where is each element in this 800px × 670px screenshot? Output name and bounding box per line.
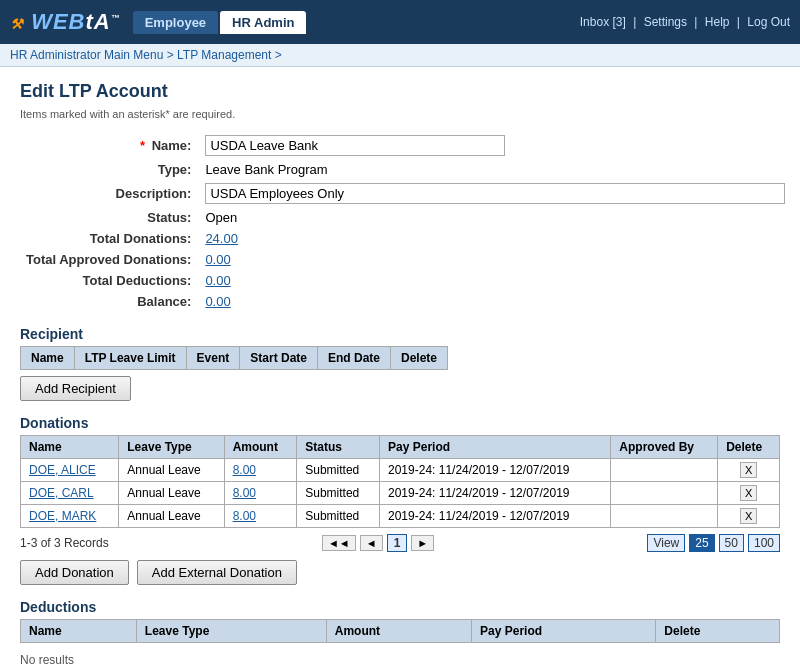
donation-name-2[interactable]: DOE, MARK (21, 505, 119, 528)
page-current: 1 (387, 534, 408, 552)
page-first-btn[interactable]: ◄◄ (322, 535, 356, 551)
total-deductions-label: Total Deductions: (20, 270, 199, 291)
breadcrumb-home[interactable]: HR Administrator Main Menu (10, 48, 163, 62)
delete-donation-1-button[interactable]: X (740, 485, 757, 501)
total-approved-row: Total Approved Donations: 0.00 (20, 249, 791, 270)
record-count: 1-3 of 3 Records (20, 536, 109, 550)
required-star: * (140, 138, 145, 153)
total-approved-link[interactable]: 0.00 (205, 252, 230, 267)
donation-amount-1: 8.00 (224, 482, 297, 505)
view-25[interactable]: 25 (689, 534, 714, 552)
description-input[interactable] (205, 183, 785, 204)
edit-form: * Name: Type: Leave Bank Program Descrip… (20, 132, 791, 312)
donations-header-row: Name Leave Type Amount Status Pay Period… (21, 436, 780, 459)
total-donations-row: Total Donations: 24.00 (20, 228, 791, 249)
col-don-delete: Delete (718, 436, 780, 459)
col-ded-delete: Delete (656, 620, 780, 643)
donation-approved-1 (611, 482, 718, 505)
view-50[interactable]: 50 (719, 534, 744, 552)
donation-approved-2 (611, 505, 718, 528)
page-next-btn[interactable]: ► (411, 535, 434, 551)
view-options: View 25 50 100 (647, 534, 780, 552)
breadcrumb-ltp[interactable]: LTP Management (177, 48, 271, 62)
donation-amount-0: 8.00 (224, 459, 297, 482)
tab-employee[interactable]: Employee (133, 11, 218, 34)
donation-status-0: Submitted (297, 459, 380, 482)
col-rec-name: Name (21, 347, 75, 370)
donation-period-1: 2019-24: 11/24/2019 - 12/07/2019 (380, 482, 611, 505)
col-don-period: Pay Period (380, 436, 611, 459)
breadcrumb: HR Administrator Main Menu > LTP Managem… (0, 44, 800, 67)
donations-section-header: Donations (20, 415, 780, 431)
logo-area: ⚒ WEBtA™ Employee HR Admin (10, 9, 306, 35)
donation-approved-0 (611, 459, 718, 482)
donation-type-1: Annual Leave (119, 482, 224, 505)
donations-btn-row: Add Donation Add External Donation (20, 560, 780, 585)
balance-link[interactable]: 0.00 (205, 294, 230, 309)
status-value: Open (199, 207, 791, 228)
donation-name-1[interactable]: DOE, CARL (21, 482, 119, 505)
donation-row-1: DOE, CARL Annual Leave 8.00 Submitted 20… (21, 482, 780, 505)
donation-delete-0: X (718, 459, 780, 482)
page-prev-btn[interactable]: ◄ (360, 535, 383, 551)
total-approved-label: Total Approved Donations: (20, 249, 199, 270)
donation-period-2: 2019-24: 11/24/2019 - 12/07/2019 (380, 505, 611, 528)
settings-link[interactable]: Settings (644, 15, 687, 29)
donation-name-0[interactable]: DOE, ALICE (21, 459, 119, 482)
pagination-controls: ◄◄ ◄ 1 ► (322, 534, 434, 552)
tab-hr-admin[interactable]: HR Admin (220, 11, 306, 34)
col-ded-amount: Amount (326, 620, 471, 643)
deductions-table: Name Leave Type Amount Pay Period Delete (20, 619, 780, 643)
donation-row-2: DOE, MARK Annual Leave 8.00 Submitted 20… (21, 505, 780, 528)
nav-tabs: Employee HR Admin (133, 11, 307, 34)
delete-donation-0-button[interactable]: X (740, 462, 757, 478)
total-donations-label: Total Donations: (20, 228, 199, 249)
recipient-section-header: Recipient (20, 326, 780, 342)
page-title: Edit LTP Account (20, 81, 780, 102)
header: ⚒ WEBtA™ Employee HR Admin Inbox [3] | S… (0, 0, 800, 44)
total-deductions-row: Total Deductions: 0.00 (20, 270, 791, 291)
add-recipient-button[interactable]: Add Recipient (20, 376, 131, 401)
logo-dots: ⚒ (10, 16, 24, 32)
col-rec-delete: Delete (391, 347, 448, 370)
logo: ⚒ WEBtA™ (10, 9, 121, 35)
donation-period-0: 2019-24: 11/24/2019 - 12/07/2019 (380, 459, 611, 482)
donation-status-1: Submitted (297, 482, 380, 505)
view-label: View (647, 534, 685, 552)
donations-table: Name Leave Type Amount Status Pay Period… (20, 435, 780, 528)
help-link[interactable]: Help (705, 15, 730, 29)
add-external-donation-button[interactable]: Add External Donation (137, 560, 297, 585)
donation-amount-2: 8.00 (224, 505, 297, 528)
type-value: Leave Bank Program (199, 159, 791, 180)
balance-row: Balance: 0.00 (20, 291, 791, 312)
delete-donation-2-button[interactable]: X (740, 508, 757, 524)
balance-label: Balance: (20, 291, 199, 312)
recipient-header-row: Name LTP Leave Limit Event Start Date En… (21, 347, 448, 370)
total-deductions-link[interactable]: 0.00 (205, 273, 230, 288)
required-note: Items marked with an asterisk* are requi… (20, 108, 780, 120)
col-rec-start: Start Date (240, 347, 318, 370)
inbox-link[interactable]: Inbox [3] (580, 15, 626, 29)
description-row: Description: (20, 180, 791, 207)
donation-type-0: Annual Leave (119, 459, 224, 482)
total-donations-link[interactable]: 24.00 (205, 231, 238, 246)
view-100[interactable]: 100 (748, 534, 780, 552)
col-don-type: Leave Type (119, 436, 224, 459)
no-results-deductions: No results (20, 649, 780, 670)
add-donation-button[interactable]: Add Donation (20, 560, 129, 585)
name-input[interactable] (205, 135, 505, 156)
logout-link[interactable]: Log Out (747, 15, 790, 29)
header-right: Inbox [3] | Settings | Help | Log Out (580, 15, 790, 29)
col-don-status: Status (297, 436, 380, 459)
col-rec-end: End Date (317, 347, 390, 370)
col-ded-name: Name (21, 620, 137, 643)
pagination-row: 1-3 of 3 Records ◄◄ ◄ 1 ► View 25 50 100 (20, 534, 780, 552)
name-label: * Name: (20, 132, 199, 159)
col-don-approved: Approved By (611, 436, 718, 459)
col-rec-limit: LTP Leave Limit (74, 347, 186, 370)
recipient-btn-row: Add Recipient (20, 376, 780, 401)
name-row: * Name: (20, 132, 791, 159)
donation-status-2: Submitted (297, 505, 380, 528)
status-row: Status: Open (20, 207, 791, 228)
donation-row-0: DOE, ALICE Annual Leave 8.00 Submitted 2… (21, 459, 780, 482)
